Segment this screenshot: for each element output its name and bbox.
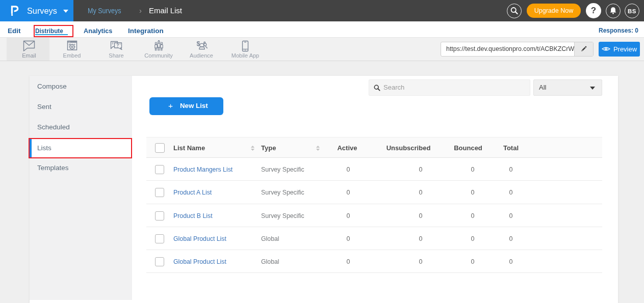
svg-text:$: $ [197, 40, 200, 47]
